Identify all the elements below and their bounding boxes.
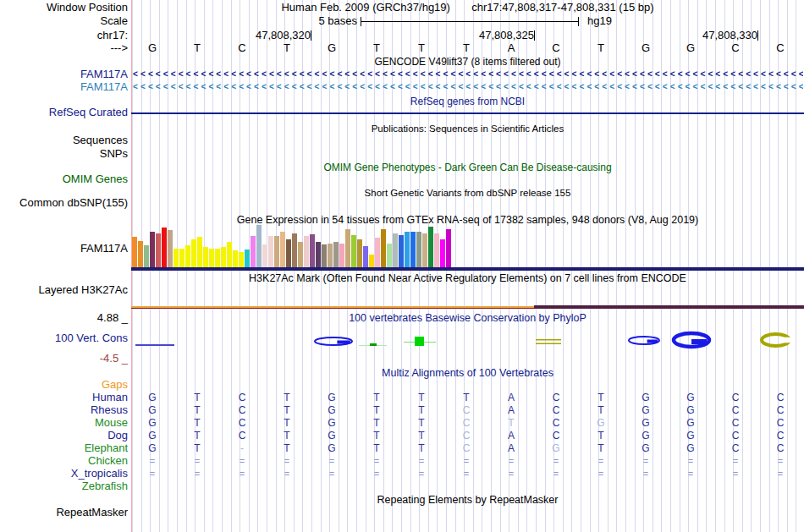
gtex-tissue-bar bbox=[428, 227, 433, 267]
track-label-refseq-curated[interactable]: RefSeq Curated bbox=[0, 107, 128, 118]
multiz-aligned-base: = bbox=[534, 455, 578, 467]
multiz-aligned-base: T bbox=[355, 404, 399, 416]
multiz-aligned-base: T bbox=[444, 392, 488, 403]
gtex-tissue-bar bbox=[168, 230, 173, 267]
gtex-tissue-bar bbox=[405, 232, 410, 267]
scale-ruler-right-tick bbox=[578, 17, 579, 26]
track-label-chrom[interactable]: chr17: bbox=[0, 30, 128, 41]
conservation-glyph bbox=[647, 340, 658, 343]
track-label-window-position[interactable]: Window Position bbox=[0, 2, 128, 14]
multiz-aligned-base: = bbox=[624, 455, 668, 467]
reference-base: C bbox=[713, 42, 757, 54]
gtex-tissue-bar bbox=[381, 229, 386, 267]
assembly-tag-label: hg19 bbox=[587, 15, 612, 27]
multiz-aligned-base: G bbox=[669, 442, 713, 454]
multiz-aligned-base: = bbox=[175, 455, 219, 467]
conservation-glyph bbox=[415, 337, 424, 346]
gtex-tissue-bar bbox=[322, 244, 327, 267]
multiz-aligned-base: T bbox=[265, 442, 309, 454]
multiz-species-label-human[interactable]: Human bbox=[0, 392, 128, 403]
track-title-omim[interactable]: OMIM Gene Phenotypes - Dark Green Can Be… bbox=[132, 162, 803, 173]
multiz-aligned-base: C bbox=[758, 417, 802, 429]
track-label-gene-fam117a-2[interactable]: FAM117A bbox=[0, 81, 128, 93]
track-label-gene-fam117a-1[interactable]: FAM117A bbox=[0, 69, 128, 80]
track-title-gtex[interactable]: Gene Expression in 54 tissues from GTEx … bbox=[132, 214, 803, 226]
multiz-aligned-base: G bbox=[624, 417, 668, 429]
track-title-h3k27ac[interactable]: H3K27Ac Mark (Often Found Near Active Re… bbox=[132, 272, 803, 284]
multiz-aligned-base: G bbox=[669, 392, 713, 403]
gtex-tissue-bar bbox=[245, 250, 250, 267]
gtex-tissue-bar bbox=[179, 249, 184, 267]
multiz-aligned-base: = bbox=[758, 468, 802, 480]
multiz-aligned-base: G bbox=[669, 430, 713, 442]
track-label-snps[interactable]: SNPs bbox=[0, 148, 128, 160]
gtex-tissue-bar bbox=[156, 233, 161, 267]
multiz-aligned-base: C bbox=[444, 404, 488, 416]
multiz-aligned-base: C bbox=[534, 430, 578, 442]
gtex-tissue-bar bbox=[197, 237, 202, 267]
track-label-scale[interactable]: Scale bbox=[0, 15, 128, 27]
multiz-aligned-base: C bbox=[534, 417, 578, 429]
conservation-glyph bbox=[370, 343, 377, 346]
track-title-gencode[interactable]: GENCODE V49lift37 (8 items filtered out) bbox=[132, 56, 803, 68]
assembly-label: Human Feb. 2009 (GRCh37/hg19) bbox=[281, 1, 449, 14]
multiz-aligned-base: T bbox=[399, 430, 443, 442]
refseq-gene-line[interactable] bbox=[131, 112, 804, 114]
multiz-aligned-base: C bbox=[444, 442, 488, 454]
gtex-tissue-bar bbox=[298, 242, 303, 267]
gtex-tissue-bar bbox=[203, 247, 208, 267]
reference-base: T bbox=[444, 42, 488, 54]
track-label-layered-h3k27ac[interactable]: Layered H3K27Ac bbox=[0, 284, 128, 296]
gtex-tissue-bar bbox=[369, 255, 374, 267]
multiz-aligned-base: C bbox=[758, 404, 802, 416]
multiz-species-label-gaps[interactable]: Gaps bbox=[0, 379, 128, 391]
reference-base: C bbox=[534, 42, 578, 54]
gtex-tissue-bar bbox=[434, 233, 439, 267]
reference-base: G bbox=[310, 42, 354, 54]
multiz-aligned-base: T bbox=[355, 417, 399, 429]
multiz-species-label-chicken[interactable]: Chicken bbox=[0, 455, 128, 467]
gtex-tissue-bar bbox=[393, 233, 398, 267]
gtex-tissue-bar bbox=[286, 239, 291, 267]
track-label-common-dbsnp[interactable]: Common dbSNP(155) bbox=[0, 197, 128, 209]
multiz-aligned-base: C bbox=[220, 417, 264, 429]
multiz-species-label-rhesus[interactable]: Rhesus bbox=[0, 404, 128, 416]
track-title-repeats[interactable]: Repeating Elements by RepeatMasker bbox=[132, 494, 803, 506]
multiz-species-label-dog[interactable]: Dog bbox=[0, 430, 128, 442]
track-label-direction[interactable]: ---> bbox=[0, 42, 128, 54]
multiz-aligned-base: C bbox=[758, 430, 802, 442]
track-title-multiz[interactable]: Multiz Alignments of 100 Vertebrates bbox=[132, 367, 803, 379]
multiz-aligned-base: T bbox=[175, 392, 219, 403]
track-label-sequences[interactable]: Sequences bbox=[0, 134, 128, 146]
multiz-aligned-base: = bbox=[489, 455, 533, 467]
multiz-aligned-base: C bbox=[220, 404, 264, 416]
multiz-aligned-base: T bbox=[355, 392, 399, 403]
gene-strand-arrows[interactable]: <<<<<<<<<<<<<<<<<<<<<<<<<<<<<<<<<<<<<<<<… bbox=[133, 82, 803, 92]
multiz-aligned-base: C bbox=[758, 392, 802, 403]
multiz-aligned-base: G bbox=[310, 442, 354, 454]
multiz-aligned-base: C bbox=[713, 417, 757, 429]
gtex-tissue-bar bbox=[144, 245, 149, 267]
conservation-track-glyphs bbox=[0, 309, 804, 363]
multiz-aligned-base: T bbox=[579, 430, 623, 442]
multiz-species-label-elephant[interactable]: Elephant bbox=[0, 442, 128, 454]
multiz-aligned-base: = bbox=[175, 468, 219, 480]
gene-strand-arrows[interactable]: <<<<<<<<<<<<<<<<<<<<<<<<<<<<<<<<<<<<<<<<… bbox=[133, 69, 803, 80]
track-label-repeatmasker[interactable]: RepeatMasker bbox=[0, 507, 128, 518]
multiz-aligned-base: C bbox=[444, 417, 488, 429]
multiz-aligned-base: C bbox=[444, 430, 488, 442]
multiz-species-label-zebrafish[interactable]: Zebrafish bbox=[0, 480, 128, 492]
scale-ruler-line bbox=[361, 21, 579, 22]
track-title-publications[interactable]: Publications: Sequences in Scientific Ar… bbox=[132, 123, 803, 134]
gtex-tissue-bar bbox=[357, 239, 362, 267]
track-title-dbsnp[interactable]: Short Genetic Variants from dbSNP releas… bbox=[132, 187, 803, 199]
track-title-refseq[interactable]: RefSeq genes from NCBI bbox=[132, 96, 803, 107]
conservation-glyph bbox=[135, 344, 174, 346]
multiz-aligned-base: T bbox=[579, 442, 623, 454]
position-range-label: chr17:47,808,317-47,808,331 (15 bp) bbox=[471, 1, 653, 14]
multiz-species-label-mouse[interactable]: Mouse bbox=[0, 417, 128, 429]
track-label-omim-genes[interactable]: OMIM Genes bbox=[0, 173, 128, 185]
track-label-gtex-gene[interactable]: FAM117A bbox=[0, 243, 128, 255]
multiz-species-label-x_tropicalis[interactable]: X_tropicalis bbox=[0, 468, 128, 480]
multiz-aligned-base: = bbox=[669, 468, 713, 480]
